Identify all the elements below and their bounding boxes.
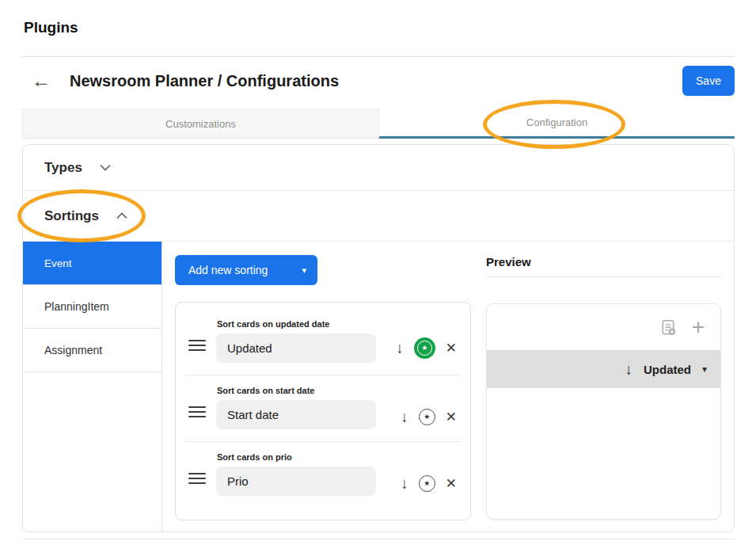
section-sortings[interactable]: Sortings (23, 191, 734, 242)
remove-icon[interactable]: ✕ (446, 341, 457, 355)
preview-header: Preview (486, 255, 721, 277)
save-button[interactable]: Save (682, 66, 735, 96)
drag-handle-icon[interactable] (188, 337, 206, 354)
default-star-icon[interactable]: ★ (419, 409, 435, 425)
preview-title: Preview (486, 255, 531, 269)
tab-customizations[interactable]: Customizations (22, 109, 379, 139)
add-new-sorting-button[interactable]: Add new sorting ▾ (175, 255, 317, 285)
sorting-field: Sort cards on start date (216, 386, 376, 429)
config-title: Newsroom Planner / Configurations (70, 72, 339, 90)
default-star-icon[interactable]: ★ (414, 337, 435, 359)
sorting-row-actions: ↓ ★ ✕ (401, 475, 457, 492)
sorting-editor-column: Add new sorting ▾ Sort cards on updated … (175, 255, 471, 532)
tab-configuration[interactable]: Configuration (379, 109, 735, 139)
chevron-up-icon[interactable] (116, 212, 127, 219)
sorting-row-label: Sort cards on updated date (216, 319, 376, 329)
sidebar-item-event[interactable]: Event (23, 242, 161, 285)
divider (22, 539, 735, 539)
sorting-field: Sort cards on prio (216, 452, 376, 496)
sorting-list-card: Sort cards on updated date ↓ ★ ✕ (175, 302, 471, 520)
sorting-name-input[interactable] (216, 400, 376, 429)
sidebar-item-assignment[interactable]: Assignment (23, 329, 161, 372)
back-arrow-icon[interactable]: ← (32, 71, 51, 90)
preview-sort-label: Updated (644, 363, 691, 376)
drag-handle-icon[interactable] (188, 470, 206, 487)
sort-direction-icon[interactable]: ↓ (401, 410, 408, 425)
type-sidebar: Event PlanningItem Assignment (23, 242, 162, 532)
section-types[interactable]: Types (23, 145, 734, 191)
sorting-row-prio: Sort cards on prio ↓ ★ ✕ (176, 442, 470, 508)
sorting-row-updated: Sort cards on updated date ↓ ★ ✕ (176, 309, 470, 375)
default-star-icon[interactable]: ★ (419, 475, 435, 492)
add-new-sorting-label: Add new sorting (188, 264, 268, 276)
preview-column: Preview (486, 255, 721, 532)
preview-toolbar: + (487, 304, 720, 350)
sortings-label: Sortings (44, 208, 99, 224)
tab-bar: Customizations Configuration (22, 109, 735, 139)
sort-direction-icon[interactable]: ↓ (401, 476, 408, 491)
caret-down-icon: ▾ (302, 266, 306, 275)
configuration-panel: Types Sortings Event PlanningItem Assign… (22, 144, 735, 532)
preview-card: + ↓ Updated ▾ (486, 303, 721, 520)
sorting-row-startdate: Sort cards on start date ↓ ★ ✕ (176, 375, 470, 441)
sort-direction-icon[interactable]: ↓ (396, 341, 404, 356)
sorting-field: Sort cards on updated date (216, 319, 376, 363)
sortings-content: Add new sorting ▾ Sort cards on updated … (162, 242, 734, 532)
sorting-row-label: Sort cards on start date (216, 386, 376, 395)
divider (22, 56, 735, 57)
chevron-down-icon[interactable] (100, 164, 111, 171)
sorting-row-actions: ↓ ★ ✕ (401, 409, 457, 425)
save-list-icon[interactable] (659, 318, 678, 337)
drag-handle-icon[interactable] (188, 403, 206, 421)
remove-icon[interactable]: ✕ (446, 477, 457, 490)
sidebar-item-planningitem[interactable]: PlanningItem (23, 285, 161, 329)
types-label: Types (44, 160, 82, 176)
page-title: Plugins (24, 19, 78, 36)
sorting-name-input[interactable] (216, 333, 376, 363)
preview-sort-bar[interactable]: ↓ Updated ▾ (487, 350, 720, 388)
sorting-row-label: Sort cards on prio (216, 452, 376, 462)
sort-direction-icon: ↓ (625, 362, 633, 377)
sorting-row-actions: ↓ ★ ✕ (396, 337, 457, 359)
config-header: ← Newsroom Planner / Configurations Save (22, 63, 735, 98)
sortings-body: Event PlanningItem Assignment Add new so… (23, 242, 734, 532)
add-icon[interactable]: + (692, 316, 705, 338)
caret-down-icon: ▾ (702, 364, 707, 374)
remove-icon[interactable]: ✕ (446, 410, 457, 424)
sorting-name-input[interactable] (216, 467, 376, 496)
